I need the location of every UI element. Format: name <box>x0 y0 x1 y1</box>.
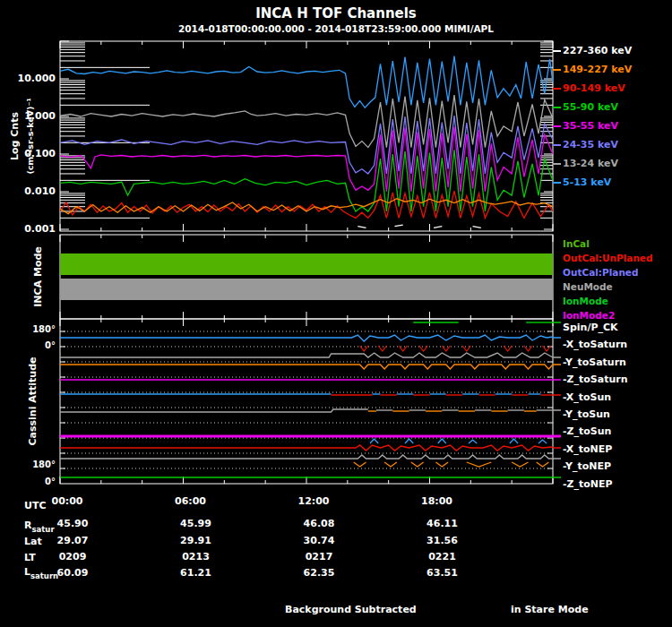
attitude-y-tick-label: 180° <box>0 324 56 334</box>
attitude-label-SpinPCK: Spin/P_CK <box>563 322 618 333</box>
utc-time-label: 12:00 <box>287 495 340 507</box>
attitude-label-ZtoSaturn: -Z_toSaturn <box>563 374 628 385</box>
legend-entry-90-149keV: 90-149 keV <box>563 82 625 94</box>
time-range-subtitle: 2014-018T00:00:00.000 - 2014-018T23:59:0… <box>0 23 672 34</box>
utc-time-label: 18:00 <box>410 495 464 507</box>
table-value: 45.90 <box>46 518 99 529</box>
main-y-tick-label: 1.000 <box>0 110 56 122</box>
mode-legend-OutCalUnPlaned: OutCal:UnPlaned <box>563 253 653 263</box>
attitude-y-tick-label: 180° <box>0 460 56 469</box>
footer-stare-mode: in Stare Mode <box>511 604 589 615</box>
main-y-tick-label: 0.100 <box>0 148 56 159</box>
footer-background-subtracted: Background Subtracted <box>285 604 417 615</box>
utc-time-label: 06:00 <box>164 495 218 507</box>
page-title: INCA H TOF Channels <box>0 5 672 21</box>
table-value: 30.74 <box>292 535 346 546</box>
table-value: 61.21 <box>169 567 223 579</box>
mode-legend-IonMode: IonMode <box>563 296 608 306</box>
attitude-y-tick-label: 0° <box>0 340 56 350</box>
legend-entry-55-90keV: 55-90 keV <box>563 101 618 113</box>
mode-panel-y-label: INCA Mode <box>32 246 44 307</box>
attitude-label-YtoNEP: -Y_toNEP <box>563 460 611 472</box>
table-value: 31.56 <box>416 535 470 546</box>
table-value: 60.09 <box>46 567 99 579</box>
attitude-y-tick-label: 0° <box>0 477 56 486</box>
main-y-tick-label: 0.010 <box>0 185 56 197</box>
mode-legend-OutCalPlaned: OutCal:Planed <box>563 267 639 278</box>
main-y-tick-label: 0.001 <box>0 223 56 235</box>
row-label-Lat: Lat <box>24 536 42 547</box>
mode-legend-IonMode2: IonMode2 <box>563 310 615 321</box>
legend-entry-227-360keV: 227-360 keV <box>563 45 632 56</box>
attitude-label-YtoSaturn: -Y_toSaturn <box>563 356 626 368</box>
inca-tof-plot-screen: { "title": "INCA H TOF Channels", "subti… <box>0 0 672 627</box>
legend-entry-149-227keV: 149-227 keV <box>563 64 632 75</box>
legend-entry-24-35keV: 24-35 keV <box>563 139 618 150</box>
legend-entry-35-55keV: 35-55 keV <box>563 120 618 132</box>
mode-legend-InCal: InCal <box>563 238 590 249</box>
table-value: 29.07 <box>46 535 99 546</box>
attitude-label-YtoSun: -Y_toSun <box>563 408 610 420</box>
table-value: 46.11 <box>416 518 470 529</box>
attitude-label-ZtoSun: -Z_toSun <box>563 425 611 437</box>
table-value: 29.91 <box>169 535 223 546</box>
attitude-label-XtoSun: -X_toSun <box>563 391 611 403</box>
utc-time-label: 00:00 <box>40 495 94 507</box>
legend-entry-5-13keV: 5-13 keV <box>563 176 611 188</box>
table-value: 0209 <box>46 551 99 563</box>
legend-entry-13-24keV: 13-24 keV <box>563 158 618 169</box>
attitude-panel-y-label: Cassini Attitude <box>27 356 39 445</box>
attitude-label-ZtoNEP: -Z_toNEP <box>563 478 613 490</box>
table-value: 0217 <box>292 551 346 563</box>
table-value: 62.35 <box>292 567 346 579</box>
row-label-LT: LT <box>24 552 36 563</box>
table-value: 45.99 <box>169 518 223 529</box>
table-value: 0221 <box>416 551 470 563</box>
mode-legend-NeuMode: NeuMode <box>563 281 613 292</box>
attitude-label-XtoSaturn: -X_toSaturn <box>563 339 627 350</box>
table-value: 46.08 <box>292 518 346 529</box>
table-value: 0213 <box>169 551 223 563</box>
table-value: 63.51 <box>416 567 470 579</box>
main-y-tick-label: 10.000 <box>0 73 56 84</box>
attitude-label-XtoNEP: -X_toNEP <box>563 443 612 455</box>
